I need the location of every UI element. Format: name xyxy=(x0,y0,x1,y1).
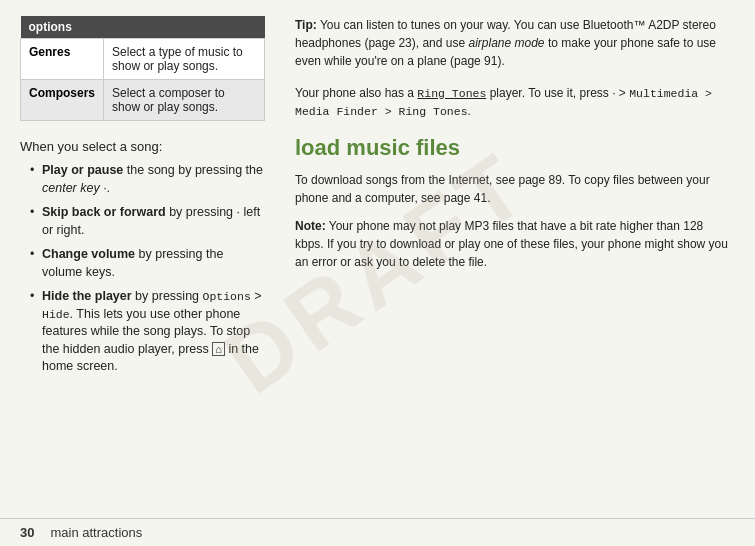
page-number: 30 xyxy=(20,525,34,540)
list-item: Skip back or forward by pressing · left … xyxy=(30,204,265,239)
bullet-hide-bold: Hide the player xyxy=(42,289,132,303)
bullet-list: Play or pause the song by pressing the c… xyxy=(30,162,265,376)
table-row: Composers Select a composer to show or p… xyxy=(21,80,265,121)
also-has-text-end: player. To use it, press · > xyxy=(486,86,629,100)
also-has-block: Your phone also has a Ring Tones player.… xyxy=(295,84,735,121)
footer-title: main attractions xyxy=(50,525,142,540)
options-table: options Genres Select a type of music to… xyxy=(20,16,265,121)
left-column: options Genres Select a type of music to… xyxy=(20,16,285,502)
when-select-label: When you select a song: xyxy=(20,139,265,154)
download-text: To download songs from the Internet, see… xyxy=(295,171,735,207)
note-block: Note: Your phone may not play MP3 files … xyxy=(295,217,735,271)
bullet-skip-bold: Skip back or forward xyxy=(42,205,166,219)
option-term-composers: Composers xyxy=(21,80,104,121)
bullet-volume-bold: Change volume xyxy=(42,247,135,261)
tip-italic: airplane mode xyxy=(468,36,544,50)
list-item: Change volume by pressing the volume key… xyxy=(30,246,265,281)
also-has-text-start: Your phone also has a xyxy=(295,86,417,100)
option-def-genres: Select a type of music to show or play s… xyxy=(104,39,265,80)
multimedia-end: . xyxy=(468,104,471,118)
tip-block: Tip: You can listen to tunes on your way… xyxy=(295,16,735,70)
list-item: Play or pause the song by pressing the c… xyxy=(30,162,265,197)
option-term-genres: Genres xyxy=(21,39,104,80)
section-heading: load music files xyxy=(295,135,735,161)
option-def-composers: Select a composer to show or play songs. xyxy=(104,80,265,121)
note-text: Your phone may not play MP3 files that h… xyxy=(295,219,728,269)
list-item: Hide the player by pressing Options > Hi… xyxy=(30,288,265,376)
page-footer: 30 main attractions xyxy=(0,518,755,546)
bullet-play-bold: Play or pause xyxy=(42,163,123,177)
note-label: Note: xyxy=(295,219,326,233)
options-header: options xyxy=(21,16,265,39)
tip-label: Tip: xyxy=(295,18,317,32)
page-container: options Genres Select a type of music to… xyxy=(0,0,755,518)
ring-tones-label: Ring Tones xyxy=(417,87,486,100)
table-row: Genres Select a type of music to show or… xyxy=(21,39,265,80)
right-column: Tip: You can listen to tunes on your way… xyxy=(285,16,735,502)
